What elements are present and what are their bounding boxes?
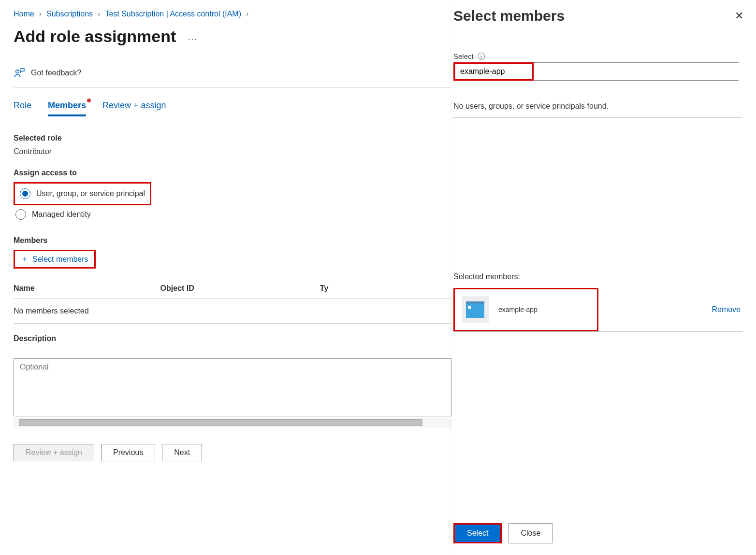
page-title: Add role assignment: [14, 27, 176, 46]
highlight-box: ＋ Select members: [14, 250, 96, 269]
tab-members-label: Members: [48, 100, 86, 110]
table-empty: No members selected: [14, 299, 451, 324]
scrollbar-horizontal[interactable]: [14, 418, 451, 427]
members-table-header: Name Object ID Ty: [14, 276, 451, 299]
bc-home[interactable]: Home: [14, 10, 34, 18]
tab-review[interactable]: Review + assign: [102, 100, 166, 116]
highlight-box: Select: [453, 523, 502, 543]
chevron-right-icon: ›: [98, 10, 100, 18]
radio-label: User, group, or service principal: [36, 189, 145, 198]
tabs: Role Members Review + assign: [14, 88, 451, 121]
person-feedback-icon: [14, 67, 25, 79]
previous-button[interactable]: Previous: [101, 444, 155, 461]
more-icon[interactable]: ···: [188, 34, 198, 44]
description-input[interactable]: [14, 358, 451, 416]
breadcrumb: Home › Subscriptions › Test Subscription…: [14, 10, 451, 18]
search-input-rest[interactable]: [534, 62, 739, 81]
col-name: Name: [14, 284, 35, 293]
bc-sub[interactable]: Test Subscription | Access control (IAM): [105, 10, 241, 18]
review-assign-button[interactable]: Review + assign: [14, 444, 94, 461]
col-type: Ty: [320, 284, 328, 293]
no-results: No users, groups, or service principals …: [453, 95, 742, 118]
highlight-box: [453, 62, 534, 81]
chevron-right-icon: ›: [246, 10, 248, 18]
member-name: example-app: [498, 306, 538, 313]
feedback-link[interactable]: Got feedback?: [14, 60, 451, 88]
remove-link[interactable]: Remove: [712, 305, 742, 314]
radio-label: Managed identity: [32, 210, 91, 219]
col-objectid: Object ID: [160, 284, 194, 293]
scrollbar-thumb[interactable]: [19, 419, 422, 426]
search-input[interactable]: [455, 64, 532, 79]
highlight-box: User, group, or service principal: [14, 182, 151, 205]
highlight-box: example-app: [453, 288, 598, 331]
svg-point-0: [16, 70, 19, 73]
plus-icon: ＋: [21, 254, 29, 264]
close-icon[interactable]: ✕: [732, 7, 746, 25]
panel-title: Select members: [451, 8, 565, 24]
select-label: Select: [453, 52, 474, 60]
radio-icon: [15, 209, 26, 220]
assign-title: Assign access to: [14, 169, 451, 177]
tab-members[interactable]: Members: [48, 100, 86, 116]
select-button[interactable]: Select: [455, 525, 500, 542]
members-title: Members: [14, 236, 451, 245]
tab-indicator-dot: [87, 99, 91, 102]
bc-subs[interactable]: Subscriptions: [46, 10, 93, 18]
selected-role-title: Selected role: [14, 134, 451, 142]
select-members-link[interactable]: ＋ Select members: [18, 252, 91, 266]
info-icon[interactable]: i: [478, 53, 485, 60]
select-members-label: Select members: [32, 255, 88, 264]
radio-user-group[interactable]: User, group, or service principal: [18, 185, 147, 203]
selected-members-label: Selected members:: [453, 272, 742, 281]
app-icon: [462, 296, 489, 323]
radio-icon: [20, 188, 30, 199]
tab-role[interactable]: Role: [14, 100, 31, 116]
description-title: Description: [14, 334, 451, 343]
selected-role-value: Contributor: [14, 147, 451, 156]
chevron-right-icon: ›: [39, 10, 42, 18]
selected-member-row[interactable]: example-app: [455, 289, 597, 330]
next-button[interactable]: Next: [162, 444, 202, 461]
feedback-label: Got feedback?: [31, 69, 81, 77]
radio-managed-identity[interactable]: Managed identity: [14, 205, 451, 224]
close-button[interactable]: Close: [509, 523, 552, 543]
